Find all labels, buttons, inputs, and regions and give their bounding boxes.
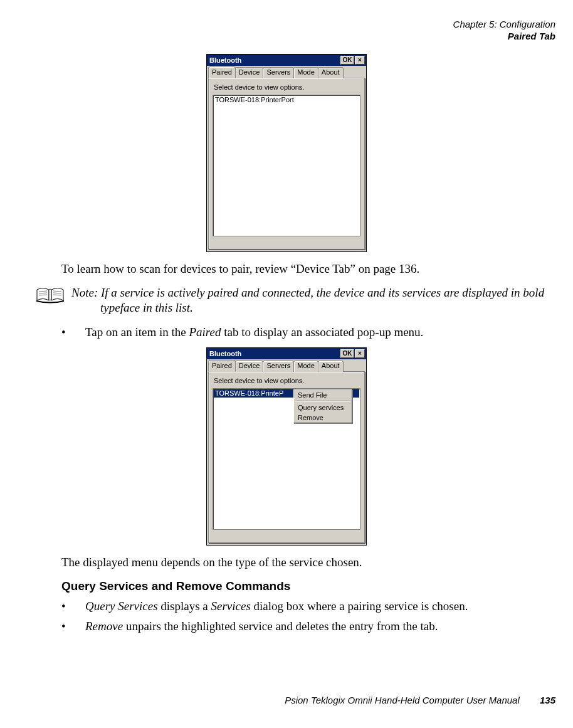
window-title: Bluetooth	[209, 350, 340, 357]
menu-query-services[interactable]: Query services	[294, 403, 352, 413]
bullet-query-services: Query Services displays a Services dialo…	[61, 598, 555, 615]
ok-button[interactable]: OK	[340, 56, 354, 65]
text: tab to display an associated pop-up menu…	[221, 325, 423, 339]
text-em: Remove	[85, 620, 123, 633]
tab-mode[interactable]: Mode	[293, 67, 318, 78]
tab-mode[interactable]: Mode	[293, 361, 318, 372]
bullet-tap-item: Tap on an item in the Paired tab to disp…	[61, 324, 555, 340]
book-icon	[35, 285, 65, 304]
tab-device[interactable]: Device	[235, 67, 264, 78]
footer-title: Psion Teklogix Omnii Hand-Held Computer …	[285, 695, 520, 705]
tab-panel: Select device to view options. TORSWE-01…	[208, 78, 365, 250]
tab-paired[interactable]: Paired	[208, 66, 236, 78]
menu-remove[interactable]: Remove	[294, 413, 352, 423]
tab-about[interactable]: About	[318, 67, 344, 78]
page: Chapter 5: Configuration Paired Tab Blue…	[0, 0, 573, 728]
text-em: Services	[211, 599, 251, 613]
header-section: Paired Tab	[18, 31, 555, 43]
tab-about[interactable]: About	[318, 361, 344, 372]
tab-bar: Paired Device Servers Mode About	[207, 66, 366, 78]
screenshot-2-wrap: Bluetooth OK × Paired Device Servers Mod…	[18, 347, 555, 546]
close-button[interactable]: ×	[355, 349, 365, 358]
titlebar: Bluetooth OK ×	[207, 55, 366, 66]
tab-servers[interactable]: Servers	[263, 361, 294, 372]
note-body: If a service is actively paired and conn…	[100, 286, 544, 314]
text-em: Paired	[189, 325, 221, 339]
context-menu: Send File Query services Remove	[293, 389, 352, 423]
header-chapter: Chapter 5: Configuration	[18, 19, 555, 31]
menu-separator	[295, 401, 350, 402]
window-title: Bluetooth	[209, 56, 340, 64]
page-footer: Psion Teklogix Omnii Hand-Held Computer …	[285, 695, 555, 705]
close-button[interactable]: ×	[355, 56, 365, 65]
tab-servers[interactable]: Servers	[263, 67, 294, 78]
screenshot-1-wrap: Bluetooth OK × Paired Device Servers Mod…	[18, 54, 555, 252]
ok-button[interactable]: OK	[340, 349, 354, 358]
tab-paired[interactable]: Paired	[208, 360, 236, 372]
paired-listbox[interactable]: TORSWE-018:PrinteP Send File Query servi…	[213, 388, 360, 530]
paragraph-scan-devices: To learn how to scan for devices to pair…	[61, 261, 555, 277]
note-block: Note: If a service is actively paired an…	[35, 285, 555, 315]
text: dialog box where a pairing service is ch…	[251, 599, 468, 613]
tab-bar: Paired Device Servers Mode About	[207, 359, 366, 372]
titlebar: Bluetooth OK ×	[207, 348, 366, 359]
paired-listbox[interactable]: TORSWE-018:PrinterPort	[213, 95, 360, 236]
subheading-query-remove: Query Services and Remove Commands	[61, 579, 555, 593]
bullet-list-1: Tap on an item in the Paired tab to disp…	[61, 324, 555, 340]
list-item[interactable]: TORSWE-018:PrinterPort	[214, 96, 359, 104]
menu-send-file[interactable]: Send File	[294, 390, 352, 400]
bluetooth-dialog-2: Bluetooth OK × Paired Device Servers Mod…	[206, 347, 367, 546]
bullet-remove: Remove unpairs the highlighted service a…	[61, 618, 555, 635]
tab-panel: Select device to view options. TORSWE-01…	[208, 371, 365, 543]
bluetooth-dialog-1: Bluetooth OK × Paired Device Servers Mod…	[206, 54, 367, 252]
note-label: Note:	[71, 286, 98, 299]
note-text: Note: If a service is actively paired an…	[71, 285, 555, 315]
text: Tap on an item in the	[85, 325, 189, 339]
page-header: Chapter 5: Configuration Paired Tab	[18, 19, 555, 43]
text: unpairs the highlighted service and dele…	[123, 620, 438, 633]
paragraph-menu-depends: The displayed menu depends on the type o…	[61, 554, 555, 571]
text: displays a	[158, 599, 211, 613]
page-number: 135	[540, 695, 555, 705]
text-em: Query Services	[85, 599, 158, 613]
instruction-text: Select device to view options.	[214, 377, 359, 384]
instruction-text: Select device to view options.	[214, 83, 359, 91]
bullet-list-2: Query Services displays a Services dialo…	[61, 598, 555, 634]
tab-device[interactable]: Device	[235, 361, 264, 372]
